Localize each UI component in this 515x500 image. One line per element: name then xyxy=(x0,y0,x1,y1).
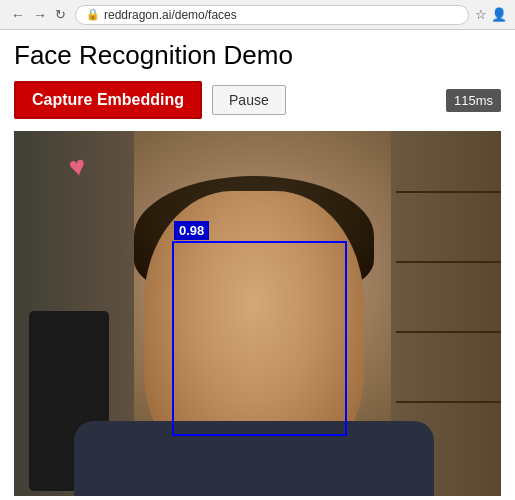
video-feed: ♥ 0.98 xyxy=(14,131,501,496)
security-lock-icon: 🔒 xyxy=(86,8,100,21)
url-text: reddragon.ai/demo/faces xyxy=(104,8,237,22)
reload-button[interactable]: ↻ xyxy=(52,7,69,22)
controls-row: Capture Embedding Pause 115ms xyxy=(14,81,501,119)
face-detection-box: 0.98 xyxy=(172,241,347,436)
shelf-line-3 xyxy=(396,331,501,333)
page-content: Face Recognition Demo Capture Embedding … xyxy=(0,30,515,500)
nav-buttons: ← → ↻ xyxy=(8,7,69,23)
browser-actions: ☆ 👤 xyxy=(475,7,507,22)
shelf-line-1 xyxy=(396,191,501,193)
star-icon[interactable]: ☆ xyxy=(475,7,487,22)
account-icon[interactable]: 👤 xyxy=(491,7,507,22)
capture-embedding-button[interactable]: Capture Embedding xyxy=(14,81,202,119)
browser-chrome: ← → ↻ 🔒 reddragon.ai/demo/faces ☆ 👤 xyxy=(0,0,515,30)
confidence-score: 0.98 xyxy=(174,221,209,240)
timing-badge: 115ms xyxy=(446,89,501,112)
pause-button[interactable]: Pause xyxy=(212,85,286,115)
page-title: Face Recognition Demo xyxy=(14,40,501,71)
shelf-line-2 xyxy=(396,261,501,263)
forward-button[interactable]: → xyxy=(30,7,50,23)
address-bar[interactable]: 🔒 reddragon.ai/demo/faces xyxy=(75,5,469,25)
back-button[interactable]: ← xyxy=(8,7,28,23)
shelf-line-4 xyxy=(396,401,501,403)
